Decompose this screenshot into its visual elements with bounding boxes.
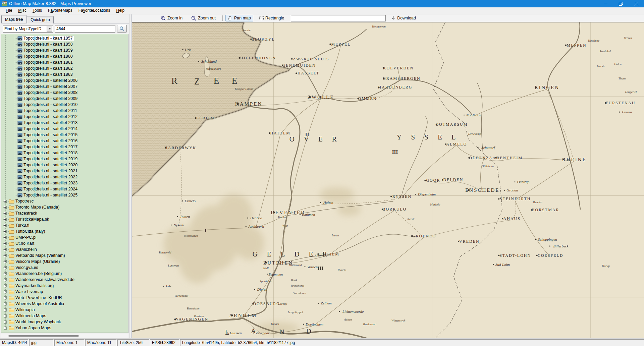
find-mode-dropdown[interactable]: Find by MapsTypeID (3, 25, 53, 33)
tree-item-folder[interactable]: Visicom Maps (Ukraine) (1, 258, 128, 265)
tree-item-map[interactable]: Topotijdreis.nl - kaart 1858 (1, 41, 128, 47)
tree-item-folder[interactable]: Vlaanderen.be (Belgium) (1, 271, 128, 277)
tab-maps-tree[interactable]: Maps tree (1, 15, 26, 23)
tree-item-map[interactable]: Topotijdreis.nl - kaart 1860 (1, 53, 128, 59)
minimize-button[interactable] (598, 0, 613, 7)
tree-horizontal-scrollbar[interactable] (1, 334, 128, 338)
toolbar-input[interactable] (291, 15, 386, 21)
search-button[interactable] (117, 25, 127, 33)
map-image-icon (17, 193, 22, 197)
tree-item-map[interactable]: Topotijdreis.nl - kaart 1859 (1, 47, 128, 53)
tree-item-folder[interactable]: Web_PowerLine_KedUR (1, 295, 128, 301)
tree-item-map[interactable]: Topotijdreis.nl - satelliet 2021 (1, 168, 128, 174)
tree-item-folder[interactable]: ViaMichelin (1, 246, 128, 252)
tree-item-map[interactable]: Topotijdreis.nl - satelliet 2015 (1, 132, 128, 138)
map-label: Almen (314, 254, 322, 257)
restore-button[interactable] (613, 0, 629, 7)
menu-item-misc[interactable]: Misc (15, 7, 30, 14)
tree-item-folder[interactable]: Ut.no Kart (1, 240, 128, 246)
zoom-out-button[interactable]: Zoom out (189, 15, 218, 21)
map-label: Gronau (506, 188, 518, 192)
map-viewport[interactable]: RZEEOVERYSSELGELDERLANDIIIIIIIIIUrkSchok… (132, 22, 644, 338)
map-image-icon (17, 121, 22, 125)
menu-item-favoritelocations[interactable]: FavoriteLocations (75, 7, 113, 14)
tree-item-folder[interactable]: Wikimapia (1, 307, 128, 313)
map-label: Ermelo (184, 199, 196, 203)
tree-item-map[interactable]: Topotijdreis.nl - satelliet 2019 (1, 156, 128, 162)
tree-item-folder[interactable]: Whereis Maps of Australia (1, 301, 128, 307)
tree-item-map[interactable]: Topotijdreis.nl - satelliet 2010 (1, 102, 128, 108)
tree-item-map[interactable]: Topotijdreis.nl - satelliet 2011 (1, 108, 128, 114)
tree-item-folder[interactable]: Waze Livemap (1, 289, 128, 295)
maps-type-id-input[interactable]: 4644 (55, 25, 115, 33)
tree-item-folder[interactable]: Visor.gva.es (1, 265, 128, 271)
town-marker (182, 49, 183, 50)
tree-item-folder[interactable]: Yahoo Japan Maps (1, 325, 128, 331)
dropdown-arrow-icon[interactable] (47, 26, 52, 32)
tree-item-folder[interactable]: UMP-PC.pl (1, 234, 128, 240)
menu-item-favoritemaps[interactable]: FavoriteMaps (45, 7, 75, 14)
pan-map-button[interactable]: Pan map (225, 15, 253, 21)
map-label: HATTEM (270, 131, 290, 135)
map-label: Sud-Lohn (495, 263, 510, 267)
map-label: HASSELT (298, 71, 320, 76)
tree-item-map[interactable]: Topotijdreis.nl - satelliet 2006 (1, 77, 128, 83)
rectangle-button[interactable]: Rectangle (257, 15, 286, 21)
menu-item-tools[interactable]: Tools (30, 7, 45, 14)
tree-item-map[interactable]: Topotijdreis.nl - satelliet 2017 (1, 144, 128, 150)
zoom-in-button[interactable]: Zoom in (159, 15, 184, 21)
town-marker (291, 58, 292, 59)
folder-icon (9, 266, 14, 270)
town-marker (504, 190, 505, 191)
tree-item-map[interactable]: Topotijdreis.nl - satelliet 2008 (1, 90, 128, 96)
town-marker (415, 194, 416, 195)
folder-icon (9, 199, 14, 204)
tree-item-folder[interactable]: Wikimedia Maps (1, 313, 128, 319)
map-label: STEINFURTH (500, 196, 531, 201)
tree-item-folder[interactable]: Tracestrack (1, 210, 128, 216)
tree-item-map[interactable]: Topotijdreis.nl - kaart 1861 (1, 59, 128, 65)
tree-item-folder[interactable]: TuristickaMapa.sk (1, 216, 128, 222)
map-label: Schokland (201, 59, 217, 63)
town-marker (493, 264, 494, 265)
tree-item-map[interactable]: Topotijdreis.nl - satelliet 2025 (1, 192, 128, 198)
map-label: E (214, 76, 229, 86)
download-button[interactable]: Download (389, 15, 418, 21)
tree-item-map[interactable]: Topotijdreis.nl - satelliet 2012 (1, 114, 128, 120)
tree-item-folder[interactable]: World Imagery Wayback (1, 319, 128, 325)
scrollbar-thumb[interactable] (8, 335, 79, 337)
map-label: Gildehaus (482, 165, 494, 168)
tree-item-map[interactable]: Topotijdreis.nl - satelliet 2020 (1, 162, 128, 168)
tree-item-folder[interactable]: Toronto Maps (Canada) (1, 204, 128, 210)
map-label: Drempt (278, 302, 287, 305)
tree-item-folder[interactable]: Waymarkedtrails.org (1, 283, 128, 289)
tree-item-map[interactable]: Topotijdreis.nl - satelliet 2014 (1, 126, 128, 132)
tree-item-map[interactable]: Topotijdreis.nl - kaart 1857 (1, 35, 128, 41)
tab-quick-goto[interactable]: Quick goto (27, 16, 53, 23)
town-marker (300, 214, 301, 215)
tree-item-map[interactable]: Topotijdreis.nl - satelliet 2023 (1, 180, 128, 186)
tree-item-folder[interactable]: Vietbando Maps (Vietnam) (1, 252, 128, 258)
tree-item-folder[interactable]: Wanderservice-schwarzwald.de (1, 277, 128, 283)
tree-item-map[interactable]: Topotijdreis.nl - satelliet 2024 (1, 186, 128, 192)
tree-item-map[interactable]: Topotijdreis.nl - satelliet 2016 (1, 138, 128, 144)
close-button[interactable] (629, 0, 644, 7)
tree-item-map[interactable]: Topotijdreis.nl - satelliet 2018 (1, 150, 128, 156)
tree-item-folder[interactable]: Turku.fi (1, 222, 128, 228)
tree-item-map[interactable]: Topotijdreis.nl - kaart 1862 (1, 65, 128, 71)
tree-item-map[interactable]: Topotijdreis.nl - satelliet 2013 (1, 120, 128, 126)
map-label: DELDEN (443, 178, 463, 182)
status-mapsid: MapsID: 4644 (0, 339, 29, 346)
tree-item-folder[interactable]: TuttoCitta (Italy) (1, 228, 128, 234)
map-label: R (171, 76, 187, 86)
map-toolbar: Zoom in Zoom out Pan map (132, 14, 644, 22)
tree-item-map[interactable]: Topotijdreis.nl - satelliet 2022 (1, 174, 128, 180)
tree-item-map[interactable]: Topotijdreis.nl - satelliet 2007 (1, 83, 128, 90)
tree-item-folder[interactable]: Topotresc (1, 198, 128, 204)
tree-item-map[interactable]: Topotijdreis.nl - kaart 1863 (1, 71, 128, 77)
menu-item-file[interactable]: File (3, 7, 15, 14)
map-label: N (279, 328, 294, 336)
menu-item-help[interactable]: Help (113, 7, 128, 14)
tree-item-map[interactable]: Topotijdreis.nl - satelliet 2009 (1, 96, 128, 102)
town-marker (535, 239, 536, 240)
